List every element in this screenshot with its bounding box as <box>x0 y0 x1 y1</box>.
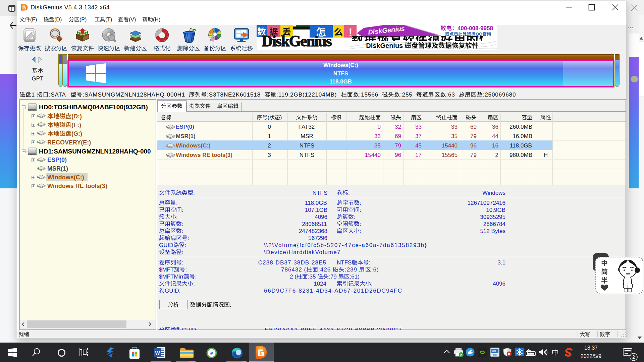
svg-text:intel: intel <box>493 354 497 356</box>
svg-text:2: 2 <box>632 354 635 360</box>
svg-text:W: W <box>155 350 160 356</box>
svg-text:e: e <box>210 349 213 357</box>
